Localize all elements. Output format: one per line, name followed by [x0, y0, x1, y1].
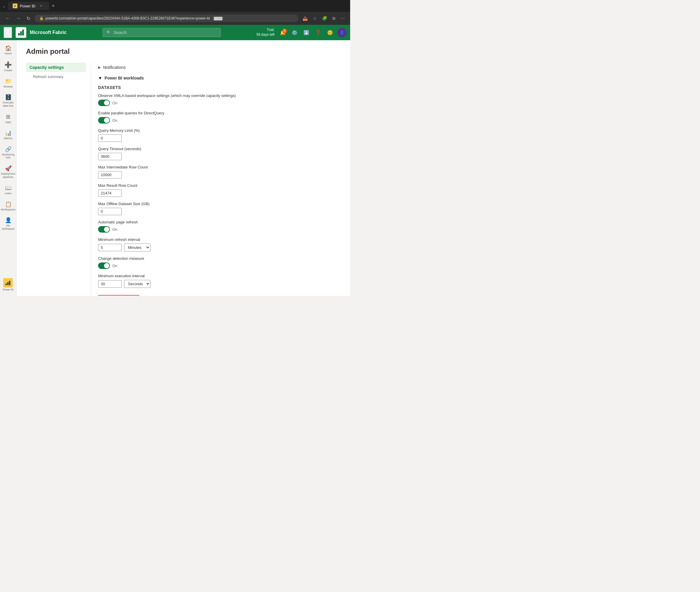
- tab-overflow-icon[interactable]: ⌄: [2, 4, 6, 8]
- xmla-workspace-label: Observe XMLA-based workspace settings (w…: [98, 93, 341, 98]
- portal-main: ▶ Notifications ▼ Power BI workloads DAT…: [91, 63, 341, 296]
- app-header: ⠿ Microsoft Fabric 🔍 Trial: 59 days left…: [0, 25, 350, 40]
- back-button[interactable]: ←: [4, 14, 12, 22]
- setting-xmla-workspace: Observe XMLA-based workspace settings (w…: [98, 93, 341, 106]
- user-avatar-button[interactable]: 👤: [337, 28, 347, 37]
- sidebar-item-workspaces[interactable]: 📋 Workspaces: [1, 199, 16, 214]
- toggle-knob: [104, 227, 109, 232]
- setting-min-refresh: Minimum refresh interval Minutes Seconds…: [98, 237, 341, 251]
- nav-refresh-summary[interactable]: Refresh summary: [26, 72, 86, 81]
- max-result-input[interactable]: [98, 190, 122, 197]
- sidebar-item-create[interactable]: ➕ Create: [1, 59, 16, 75]
- bookmark-button[interactable]: ☆: [311, 15, 318, 22]
- setting-auto-page-refresh: Automatic page refresh On: [98, 220, 341, 233]
- xmla-workspace-toggle-row: On: [98, 100, 341, 106]
- new-tab-button[interactable]: +: [52, 3, 55, 9]
- help-button[interactable]: ❓: [313, 28, 323, 37]
- xmla-workspace-toggle[interactable]: [98, 100, 110, 106]
- sidebar-item-browse[interactable]: 📁 Browse: [1, 76, 16, 91]
- min-refresh-inputs: Minutes Seconds Hours: [98, 244, 341, 251]
- more-button[interactable]: ⋯: [339, 15, 347, 22]
- max-offline-input[interactable]: [98, 208, 122, 215]
- sidebar-item-monitoring[interactable]: 🔗 Monitoringhub: [1, 144, 16, 162]
- query-timeout-input[interactable]: [98, 153, 122, 160]
- content-area: Admin portal Capacity settings Refresh s…: [16, 40, 350, 296]
- sidebar-item-myworkspace[interactable]: 👤 Myworkspace: [1, 214, 16, 233]
- portal-layout: Capacity settings Refresh summary ▶ Noti…: [26, 63, 341, 296]
- min-exec-value-input[interactable]: [98, 280, 122, 288]
- nav-actions: 📤 ☆ 🧩 ⧉ ⋯: [301, 15, 347, 22]
- parallel-queries-toggle-row: On: [98, 117, 341, 124]
- sidebar-item-apps[interactable]: ⊞ Apps: [1, 111, 16, 126]
- svg-rect-5: [22, 30, 24, 36]
- notifications-chevron-icon: ▶: [98, 65, 101, 69]
- deployment-icon: 🚀: [5, 165, 11, 172]
- download-button[interactable]: ⬇️: [302, 28, 311, 37]
- sidebar-item-home[interactable]: 🏠 Home: [1, 43, 16, 58]
- forward-button[interactable]: →: [14, 14, 22, 22]
- browser-navbar: ← → ↻ 🔒 powerbi.com/admin-portal/capacit…: [0, 12, 350, 25]
- sidebar-item-browse-label: Browse: [4, 85, 12, 88]
- sidebar-item-create-label: Create: [4, 69, 12, 72]
- setting-max-offline: Max Offline Dataset Size (GB): [98, 202, 341, 215]
- min-refresh-unit-select[interactable]: Minutes Seconds Hours: [124, 244, 150, 251]
- svg-rect-7: [6, 284, 7, 285]
- portal-sidebar: Capacity settings Refresh summary: [26, 63, 91, 296]
- trial-days: 59 days left: [256, 33, 274, 37]
- setting-query-timeout: Query Timeout (seconds): [98, 147, 341, 160]
- min-refresh-label: Minimum refresh interval: [98, 237, 341, 242]
- max-intermediate-input[interactable]: [98, 171, 122, 179]
- min-exec-unit-select[interactable]: Seconds Minutes Hours: [124, 280, 150, 288]
- xmla-endpoint-box: XMLA Endpoint Off Read Only Read Write: [98, 295, 139, 296]
- address-bar[interactable]: 🔒 powerbi.com/admin-portal/capacities/29…: [35, 14, 298, 22]
- sidebar-item-metrics[interactable]: 📊 Metrics: [1, 128, 16, 142]
- sidebar-item-onelake[interactable]: 🗄️ OneLakedata hub: [1, 92, 16, 110]
- share-button[interactable]: 📤: [301, 15, 309, 22]
- sidebar-item-myworkspace-label: Myworkspace: [2, 224, 14, 231]
- settings-button[interactable]: ⚙️: [290, 28, 299, 37]
- parallel-queries-toggle-label: On: [112, 118, 117, 122]
- address-hidden-badge: ████: [213, 16, 223, 20]
- min-refresh-value-input[interactable]: [98, 244, 122, 251]
- waffle-menu-button[interactable]: ⠿: [4, 27, 12, 38]
- sidebar-item-learn[interactable]: 📖 Learn: [1, 182, 16, 197]
- notifications-section-header[interactable]: ▶ Notifications: [98, 63, 341, 72]
- sidebar-item-home-label: Home: [4, 52, 11, 55]
- svg-rect-3: [18, 33, 20, 36]
- setting-max-intermediate: Max Intermediate Row Count: [98, 165, 341, 179]
- search-input[interactable]: [114, 30, 217, 35]
- address-text: powerbi.com/admin-portal/capacities/2922…: [46, 16, 210, 20]
- metrics-icon: 📊: [5, 130, 11, 136]
- tab-title: Power BI: [20, 4, 36, 8]
- workloads-section-header[interactable]: ▼ Power BI workloads: [98, 72, 341, 83]
- notifications-button[interactable]: 🔔 8: [278, 28, 288, 37]
- query-memory-limit-input[interactable]: [98, 135, 122, 142]
- sidebar-item-deployment[interactable]: 🚀 Deploymentpipelines: [1, 163, 16, 181]
- max-intermediate-label: Max Intermediate Row Count: [98, 165, 341, 169]
- search-box[interactable]: 🔍: [103, 28, 221, 37]
- workloads-title: Power BI workloads: [105, 76, 144, 81]
- tab-close-button[interactable]: ×: [40, 4, 42, 8]
- page-title: Admin portal: [26, 47, 341, 56]
- search-icon: 🔍: [106, 30, 111, 35]
- extensions-button[interactable]: 🧩: [320, 15, 329, 22]
- sidebar-item-monitoring-label: Monitoringhub: [2, 153, 14, 160]
- setting-xmla-endpoint: XMLA Endpoint Off Read Only Read Write: [98, 293, 341, 296]
- browse-icon: 📁: [5, 78, 11, 85]
- feedback-button[interactable]: 😊: [325, 28, 335, 37]
- setting-change-detection: Change detection measure On: [98, 256, 341, 269]
- browser-tab[interactable]: P Power BI ×: [8, 2, 49, 10]
- sidebar-powerbi[interactable]: Power BI: [1, 276, 15, 294]
- split-view-button[interactable]: ⧉: [331, 15, 337, 22]
- auto-page-refresh-label: Automatic page refresh: [98, 220, 341, 224]
- auto-page-refresh-toggle-row: On: [98, 226, 341, 233]
- change-detection-toggle[interactable]: [98, 262, 110, 269]
- sidebar-item-deployment-label: Deploymentpipelines: [1, 172, 15, 179]
- nav-capacity-settings[interactable]: Capacity settings: [26, 63, 86, 72]
- auto-page-refresh-toggle[interactable]: [98, 226, 110, 233]
- setting-parallel-queries: Enable parallel queries for DirectQuery …: [98, 111, 341, 124]
- parallel-queries-toggle[interactable]: [98, 117, 110, 124]
- refresh-button[interactable]: ↻: [25, 14, 32, 22]
- sidebar: 🏠 Home ➕ Create 📁 Browse 🗄️ OneLakedata …: [0, 40, 16, 296]
- powerbi-icon: [3, 278, 13, 288]
